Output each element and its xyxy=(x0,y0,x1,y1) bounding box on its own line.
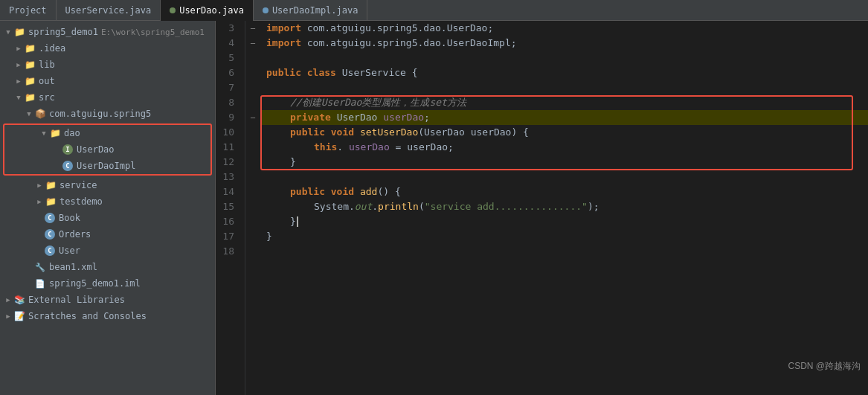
ln-6: 6 xyxy=(216,65,239,80)
sidebar-item-user[interactable]: C User xyxy=(0,243,215,259)
ln-8: 8 xyxy=(216,95,239,110)
code-lines: import com.atguigu.spring5.dao.UserDao; … xyxy=(260,21,868,395)
service-label: service xyxy=(60,180,97,190)
testdemo-label: testdemo xyxy=(60,196,103,207)
package-icon: 📦 xyxy=(34,108,46,120)
sidebar-item-bean1xml[interactable]: 🔧 bean1.xml xyxy=(0,259,215,275)
bean1xml-label: bean1.xml xyxy=(49,262,97,272)
sidebar-item-book[interactable]: C Book xyxy=(0,210,215,226)
code-line-3: import com.atguigu.spring5.dao.UserDao; xyxy=(260,21,868,36)
book-badge: C xyxy=(45,213,55,223)
idea-arrow xyxy=(13,43,24,54)
sidebar-item-out[interactable]: 📁 out xyxy=(0,73,215,89)
gutter: ─ ─ ─ xyxy=(245,21,260,395)
scratches-icon: 📝 xyxy=(13,310,25,322)
ln-15: 15 xyxy=(216,199,239,214)
orders-badge: C xyxy=(45,229,55,240)
iml-leaf xyxy=(24,278,34,289)
userdaoimpl-leaf xyxy=(52,161,62,171)
code-line-18 xyxy=(260,244,868,259)
src-label: src xyxy=(39,92,55,103)
idea-label: .idea xyxy=(39,43,65,54)
src-arrow xyxy=(13,92,24,103)
sidebar-item-scratches[interactable]: 📝 Scratches and Consoles xyxy=(0,308,215,324)
dao-folder-icon: 📁 xyxy=(49,127,61,139)
sidebar-item-package[interactable]: 📦 com.atguigu.spring5 xyxy=(0,106,215,122)
sidebar-item-idea[interactable]: 📁 .idea xyxy=(0,40,215,57)
ln-11: 11 xyxy=(216,140,239,155)
gutter-3: ─ xyxy=(245,21,260,36)
ln-14: 14 xyxy=(216,184,239,199)
project-root-arrow xyxy=(3,27,13,37)
user-label: User xyxy=(59,245,80,256)
testdemo-folder-icon: 📁 xyxy=(45,196,57,208)
userdao-tab-label: UserDao.java xyxy=(179,5,244,16)
book-leaf xyxy=(34,213,45,223)
sidebar-item-userdao[interactable]: I UserDao xyxy=(4,141,210,158)
userdaoimpl-tab-label: UserDaoImpl.java xyxy=(272,5,359,16)
code-editor[interactable]: 3 4 5 6 7 8 9 10 11 12 13 14 15 16 17 18… xyxy=(216,21,868,395)
ln-9: 9 xyxy=(216,110,239,125)
code-line-6: public class UserService { xyxy=(260,65,868,80)
iml-label: spring5_demo1.iml xyxy=(49,278,141,289)
sidebar-item-external[interactable]: 📚 External Libraries xyxy=(0,292,215,308)
sidebar-item-src[interactable]: 📁 src xyxy=(0,89,215,106)
ln-17: 17 xyxy=(216,229,239,244)
ln-4: 4 xyxy=(216,36,239,51)
tab-userdaoimpl[interactable]: UserDaoImpl.java xyxy=(254,0,368,21)
project-root-path: E:\work\spring5_demo1 xyxy=(101,28,205,37)
ln-3: 3 xyxy=(216,21,239,36)
userservice-tab-label: UserService.java xyxy=(65,5,152,16)
sidebar-item-lib[interactable]: 📁 lib xyxy=(0,57,215,73)
gutter-12 xyxy=(245,155,260,170)
gutter-6 xyxy=(245,65,260,80)
sidebar-item-service[interactable]: 📁 service xyxy=(0,177,215,193)
sidebar-item-iml[interactable]: 📄 spring5_demo1.iml xyxy=(0,275,215,292)
out-folder-icon: 📁 xyxy=(24,75,36,87)
sidebar-item-userdaoimpl[interactable]: C UserDaoImpl xyxy=(4,158,210,174)
scratches-label: Scratches and Consoles xyxy=(28,311,147,321)
main-area: 📁 spring5_demo1 E:\work\spring5_demo1 📁 … xyxy=(0,21,868,395)
tab-project[interactable]: Project xyxy=(0,0,57,21)
ln-7: 7 xyxy=(216,80,239,95)
code-line-11: this. userDao = userDao; xyxy=(260,140,868,155)
code-line-7 xyxy=(260,80,868,95)
code-line-8: //创建UserDao类型属性，生成set方法 xyxy=(260,95,868,110)
sidebar-item-orders[interactable]: C Orders xyxy=(0,226,215,243)
code-line-10: public void setUserDao(UserDao userDao) … xyxy=(260,125,868,140)
orders-leaf xyxy=(34,229,45,240)
code-line-15: System.out.println("service add.........… xyxy=(260,199,868,214)
scratches-arrow xyxy=(3,311,13,321)
code-line-13 xyxy=(260,170,868,184)
code-line-16: } xyxy=(260,214,868,229)
userdao-leaf xyxy=(52,144,62,155)
user-leaf xyxy=(34,245,45,256)
tab-userdao[interactable]: UserDao.java xyxy=(161,0,254,21)
code-line-12: } xyxy=(260,155,868,170)
line-numbers: 3 4 5 6 7 8 9 10 11 12 13 14 15 16 17 18 xyxy=(216,21,245,395)
code-line-5 xyxy=(260,51,868,65)
external-label: External Libraries xyxy=(28,295,125,305)
text-cursor xyxy=(297,216,298,227)
sidebar-item-testdemo[interactable]: 📁 testdemo xyxy=(0,193,215,210)
userdao-label: UserDao xyxy=(77,144,115,155)
external-arrow xyxy=(3,295,13,305)
sidebar-item-project-root[interactable]: 📁 spring5_demo1 E:\work\spring5_demo1 xyxy=(0,24,215,40)
gutter-10 xyxy=(245,125,260,140)
package-label: com.atguigu.spring5 xyxy=(49,109,151,119)
gutter-17 xyxy=(245,229,260,244)
code-line-9: private UserDao userDao; xyxy=(260,110,868,125)
gutter-4: ─ xyxy=(245,36,260,51)
iml-icon: 📄 xyxy=(34,277,46,289)
bean1xml-icon: 🔧 xyxy=(34,261,46,273)
gutter-18 xyxy=(245,244,260,259)
gutter-11 xyxy=(245,140,260,155)
book-label: Book xyxy=(59,213,80,223)
ln-12: 12 xyxy=(216,155,239,170)
code-line-4: import com.atguigu.spring5.dao.UserDaoIm… xyxy=(260,36,868,51)
sidebar-item-dao[interactable]: 📁 dao xyxy=(4,125,210,141)
tab-userservice[interactable]: UserService.java xyxy=(57,0,161,21)
gutter-8 xyxy=(245,95,260,110)
code-line-17: } xyxy=(260,229,868,244)
ln-16: 16 xyxy=(216,214,239,229)
